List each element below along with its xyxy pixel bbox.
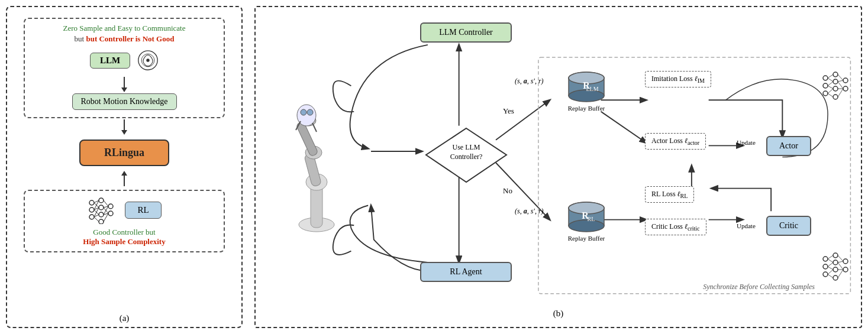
main-container: Zero Sample and Easy to Communicate but … — [0, 0, 868, 334]
svg-text:LLM: LLM — [586, 86, 598, 92]
svg-point-44 — [833, 72, 838, 77]
svg-text:RL: RL — [588, 216, 595, 222]
panel-b-inner: LLM Controller RL Agent Use LLM Controll… — [260, 12, 856, 322]
svg-line-18 — [94, 217, 99, 222]
svg-line-70 — [828, 255, 833, 259]
replay-buffer-llm: R LLM Replay Buffer — [566, 71, 607, 112]
transition-rl-label: (s, a, s', r) — [515, 207, 544, 216]
svg-point-43 — [823, 91, 828, 96]
panel-a: Zero Sample and Easy to Communicate but … — [6, 6, 243, 328]
svg-line-72 — [828, 262, 833, 267]
rl-section: RL Good Controller but High Sample Compl… — [24, 190, 225, 252]
svg-text:Use LLM: Use LLM — [453, 143, 480, 151]
transition-llm-label: (s, a, s', r) — [515, 77, 544, 86]
actor-loss-box: Actor Loss ℓactor — [645, 133, 706, 150]
svg-line-78 — [838, 262, 843, 270]
svg-point-47 — [833, 95, 838, 99]
svg-line-57 — [838, 80, 843, 82]
svg-line-50 — [828, 74, 833, 78]
svg-point-65 — [833, 260, 838, 265]
svg-point-61 — [823, 257, 828, 261]
openai-icon — [137, 50, 159, 71]
update-label-1: Update — [737, 139, 756, 146]
decision-diamond: Use LLM Controller? — [425, 127, 508, 183]
svg-line-74 — [828, 270, 833, 274]
svg-line-80 — [838, 270, 843, 278]
not-good-text: but Controller is Not Good — [86, 34, 174, 43]
critic-loss-box: Critic Loss ℓcritic — [645, 219, 706, 235]
svg-line-71 — [828, 259, 833, 262]
llm-controller-box: LLM Controller — [420, 22, 512, 43]
svg-point-48 — [843, 78, 848, 83]
svg-line-55 — [828, 93, 833, 97]
nn-icon-bottom — [87, 196, 115, 224]
critic-box: Critic — [766, 216, 811, 236]
nn-icon-actor — [821, 71, 850, 103]
replay-buffer-llm-label: Replay Buffer — [568, 105, 605, 112]
arrow-llm-to-robot — [121, 77, 127, 92]
svg-point-67 — [833, 275, 838, 280]
svg-point-45 — [833, 79, 838, 84]
svg-point-5 — [99, 198, 104, 203]
svg-line-92 — [312, 123, 317, 132]
yes-label: Yes — [503, 106, 514, 116]
no-label: No — [503, 186, 512, 196]
svg-text:Controller?: Controller? — [450, 153, 483, 161]
zero-sample-text: Zero Sample and Easy to Communicate — [63, 24, 186, 33]
svg-point-46 — [833, 86, 838, 91]
svg-line-76 — [838, 255, 843, 261]
svg-point-49 — [843, 86, 848, 91]
svg-point-1 — [146, 59, 149, 61]
replay-buffer-rl-label: Replay Buffer — [568, 235, 605, 242]
svg-point-10 — [108, 211, 113, 216]
caption-a: (a) — [120, 313, 130, 323]
actor-box: Actor — [766, 136, 811, 156]
high-sample-text: High Sample Complexity — [83, 237, 165, 247]
caption-b: (b) — [553, 309, 564, 319]
replay-buffer-rl: R RL Replay Buffer — [566, 201, 607, 242]
imitation-loss-box: Imitation Loss ℓIM — [645, 71, 711, 87]
robot-motion-box: Robot Motion Knowledge — [72, 93, 177, 110]
rl-box: RL — [125, 202, 161, 219]
svg-line-73 — [828, 267, 833, 270]
arrow-top-to-rlingua — [121, 119, 127, 135]
svg-point-89 — [301, 109, 306, 115]
svg-point-63 — [823, 272, 828, 277]
llm-section: Zero Sample and Easy to Communicate but … — [24, 18, 225, 118]
sync-label: Synchronize Before Collecting Samples — [703, 283, 815, 291]
svg-point-2 — [89, 200, 94, 205]
svg-line-51 — [828, 78, 833, 82]
svg-line-54 — [828, 89, 833, 93]
rl-loss-box: RL Loss ℓRL — [645, 186, 694, 203]
svg-line-60 — [838, 89, 843, 97]
svg-point-37 — [569, 220, 604, 232]
svg-point-41 — [823, 76, 828, 80]
robot-arm — [278, 71, 355, 236]
nn-icon-critic — [821, 252, 850, 284]
svg-point-66 — [833, 267, 838, 272]
rl-agent-box: RL Agent — [420, 262, 512, 282]
svg-line-75 — [828, 274, 833, 278]
svg-point-90 — [307, 109, 313, 115]
svg-line-53 — [828, 86, 833, 89]
svg-line-58 — [838, 82, 843, 89]
rlingua-box: RLingua — [79, 140, 169, 166]
svg-point-6 — [99, 205, 104, 210]
svg-point-42 — [823, 83, 828, 88]
arrow-bottom-to-rlingua — [121, 171, 127, 186]
svg-point-3 — [89, 207, 94, 212]
svg-point-69 — [843, 267, 848, 272]
svg-point-4 — [89, 215, 94, 219]
svg-point-62 — [823, 264, 828, 269]
svg-line-52 — [828, 82, 833, 86]
svg-point-8 — [99, 219, 104, 224]
svg-point-9 — [108, 204, 113, 209]
svg-line-77 — [838, 261, 843, 262]
llm-box: LLM — [90, 53, 130, 69]
panel-b: LLM Controller RL Agent Use LLM Controll… — [254, 6, 862, 328]
good-controller-text: Good Controller but — [93, 228, 155, 237]
svg-point-64 — [833, 253, 838, 258]
svg-point-68 — [843, 259, 848, 264]
svg-point-7 — [99, 212, 104, 217]
svg-line-56 — [838, 74, 843, 80]
